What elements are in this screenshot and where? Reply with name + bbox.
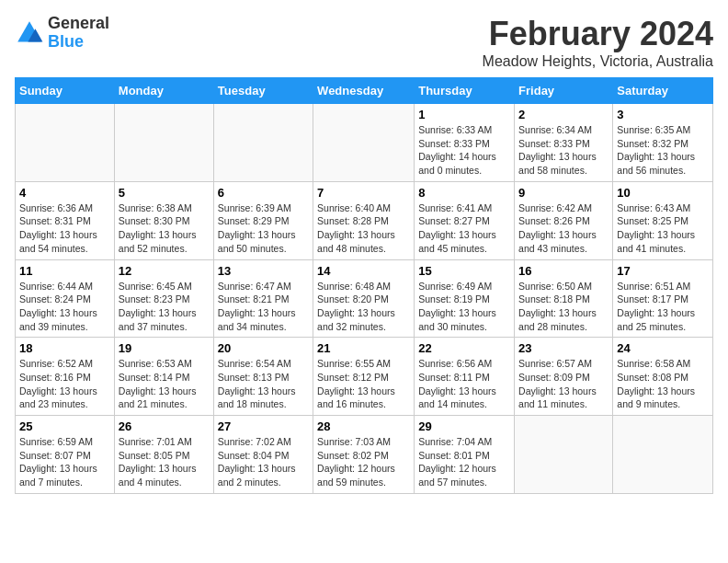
calendar-cell: 8Sunrise: 6:41 AMSunset: 8:27 PMDaylight… — [415, 181, 515, 259]
calendar-cell: 29Sunrise: 7:04 AMSunset: 8:01 PMDayligh… — [415, 416, 515, 494]
calendar-cell: 22Sunrise: 6:56 AMSunset: 8:11 PMDayligh… — [415, 338, 515, 416]
calendar-cell: 15Sunrise: 6:49 AMSunset: 8:19 PMDayligh… — [415, 259, 515, 338]
weekday-header-wednesday: Wednesday — [313, 78, 415, 104]
day-info: Sunrise: 6:54 AMSunset: 8:13 PMDaylight:… — [218, 357, 309, 411]
day-info: Sunrise: 7:01 AMSunset: 8:05 PMDaylight:… — [119, 435, 210, 489]
calendar-cell: 21Sunrise: 6:55 AMSunset: 8:12 PMDayligh… — [313, 338, 415, 416]
day-number: 21 — [317, 341, 410, 355]
logo: General Blue — [15, 15, 109, 52]
day-info: Sunrise: 6:48 AMSunset: 8:20 PMDaylight:… — [317, 280, 410, 334]
calendar-cell — [16, 104, 115, 182]
weekday-header-friday: Friday — [515, 78, 613, 104]
calendar-header: SundayMondayTuesdayWednesdayThursdayFrid… — [16, 78, 713, 104]
calendar-cell: 13Sunrise: 6:47 AMSunset: 8:21 PMDayligh… — [213, 259, 313, 338]
day-info: Sunrise: 7:02 AMSunset: 8:04 PMDaylight:… — [218, 435, 309, 489]
day-number: 28 — [317, 419, 410, 433]
weekday-header-monday: Monday — [114, 78, 213, 104]
page-header: General Blue February 2024 Meadow Height… — [15, 15, 713, 70]
day-number: 25 — [19, 419, 110, 433]
day-number: 2 — [518, 108, 609, 121]
day-number: 17 — [617, 264, 709, 278]
calendar-cell: 12Sunrise: 6:45 AMSunset: 8:23 PMDayligh… — [114, 259, 213, 338]
calendar-cell — [313, 104, 415, 182]
calendar-cell: 5Sunrise: 6:38 AMSunset: 8:30 PMDaylight… — [114, 181, 213, 259]
day-number: 29 — [418, 419, 510, 433]
calendar-week-1: 1Sunrise: 6:33 AMSunset: 8:33 PMDaylight… — [16, 104, 713, 182]
calendar-cell: 19Sunrise: 6:53 AMSunset: 8:14 PMDayligh… — [114, 338, 213, 416]
day-number: 7 — [317, 186, 410, 200]
calendar-cell: 16Sunrise: 6:50 AMSunset: 8:18 PMDayligh… — [515, 259, 613, 338]
calendar-week-3: 11Sunrise: 6:44 AMSunset: 8:24 PMDayligh… — [16, 259, 713, 338]
day-info: Sunrise: 6:40 AMSunset: 8:28 PMDaylight:… — [317, 201, 410, 256]
calendar-cell — [114, 104, 213, 182]
day-info: Sunrise: 6:36 AMSunset: 8:31 PMDaylight:… — [19, 201, 110, 256]
day-number: 3 — [617, 108, 709, 121]
day-info: Sunrise: 6:53 AMSunset: 8:14 PMDaylight:… — [119, 357, 210, 411]
day-info: Sunrise: 6:34 AMSunset: 8:33 PMDaylight:… — [518, 123, 609, 178]
calendar-cell — [213, 104, 313, 182]
day-info: Sunrise: 6:49 AMSunset: 8:19 PMDaylight:… — [418, 280, 510, 334]
weekday-header-tuesday: Tuesday — [213, 78, 313, 104]
day-number: 27 — [218, 419, 309, 433]
calendar-cell: 23Sunrise: 6:57 AMSunset: 8:09 PMDayligh… — [515, 338, 613, 416]
day-number: 26 — [119, 419, 210, 433]
day-info: Sunrise: 6:35 AMSunset: 8:32 PMDaylight:… — [617, 123, 709, 178]
calendar-cell: 11Sunrise: 6:44 AMSunset: 8:24 PMDayligh… — [16, 259, 115, 338]
day-info: Sunrise: 6:47 AMSunset: 8:21 PMDaylight:… — [218, 280, 309, 334]
day-info: Sunrise: 7:04 AMSunset: 8:01 PMDaylight:… — [418, 435, 510, 489]
calendar-cell: 28Sunrise: 7:03 AMSunset: 8:02 PMDayligh… — [313, 416, 415, 494]
day-number: 16 — [518, 264, 609, 278]
day-info: Sunrise: 6:44 AMSunset: 8:24 PMDaylight:… — [19, 280, 110, 334]
day-info: Sunrise: 6:59 AMSunset: 8:07 PMDaylight:… — [19, 435, 110, 489]
day-info: Sunrise: 6:52 AMSunset: 8:16 PMDaylight:… — [19, 357, 110, 411]
title-area: February 2024 Meadow Heights, Victoria, … — [483, 15, 713, 70]
day-info: Sunrise: 6:38 AMSunset: 8:30 PMDaylight:… — [119, 201, 210, 256]
calendar-title: February 2024 — [483, 15, 713, 53]
day-info: Sunrise: 6:33 AMSunset: 8:33 PMDaylight:… — [418, 123, 510, 178]
calendar-week-5: 25Sunrise: 6:59 AMSunset: 8:07 PMDayligh… — [16, 416, 713, 494]
weekday-header-saturday: Saturday — [613, 78, 713, 104]
calendar-cell: 25Sunrise: 6:59 AMSunset: 8:07 PMDayligh… — [16, 416, 115, 494]
day-number: 10 — [617, 186, 709, 200]
calendar-cell: 14Sunrise: 6:48 AMSunset: 8:20 PMDayligh… — [313, 259, 415, 338]
weekday-header-sunday: Sunday — [16, 78, 115, 104]
day-info: Sunrise: 6:50 AMSunset: 8:18 PMDaylight:… — [518, 280, 609, 334]
day-number: 1 — [418, 108, 510, 121]
calendar-cell: 10Sunrise: 6:43 AMSunset: 8:25 PMDayligh… — [613, 181, 713, 259]
calendar-cell: 18Sunrise: 6:52 AMSunset: 8:16 PMDayligh… — [16, 338, 115, 416]
day-info: Sunrise: 6:55 AMSunset: 8:12 PMDaylight:… — [317, 357, 410, 411]
day-number: 6 — [218, 186, 309, 200]
day-number: 14 — [317, 264, 410, 278]
calendar-cell: 26Sunrise: 7:01 AMSunset: 8:05 PMDayligh… — [114, 416, 213, 494]
logo-icon — [15, 18, 44, 48]
day-info: Sunrise: 6:42 AMSunset: 8:26 PMDaylight:… — [518, 201, 609, 256]
day-number: 20 — [218, 341, 309, 355]
calendar-cell — [613, 416, 713, 494]
calendar-cell: 24Sunrise: 6:58 AMSunset: 8:08 PMDayligh… — [613, 338, 713, 416]
day-number: 5 — [119, 186, 210, 200]
day-number: 8 — [418, 186, 510, 200]
logo-text: General Blue — [48, 15, 109, 52]
day-number: 24 — [617, 341, 709, 355]
calendar-cell — [515, 416, 613, 494]
day-number: 12 — [119, 264, 210, 278]
day-info: Sunrise: 6:58 AMSunset: 8:08 PMDaylight:… — [617, 357, 709, 411]
calendar-cell: 3Sunrise: 6:35 AMSunset: 8:32 PMDaylight… — [613, 104, 713, 182]
logo-line2: Blue — [48, 33, 109, 52]
day-number: 18 — [19, 341, 110, 355]
day-info: Sunrise: 7:03 AMSunset: 8:02 PMDaylight:… — [317, 435, 410, 489]
day-info: Sunrise: 6:39 AMSunset: 8:29 PMDaylight:… — [218, 201, 309, 256]
day-info: Sunrise: 6:57 AMSunset: 8:09 PMDaylight:… — [518, 357, 609, 411]
day-info: Sunrise: 6:45 AMSunset: 8:23 PMDaylight:… — [119, 280, 210, 334]
calendar-cell: 9Sunrise: 6:42 AMSunset: 8:26 PMDaylight… — [515, 181, 613, 259]
calendar-cell: 20Sunrise: 6:54 AMSunset: 8:13 PMDayligh… — [213, 338, 313, 416]
calendar-cell: 6Sunrise: 6:39 AMSunset: 8:29 PMDaylight… — [213, 181, 313, 259]
calendar-subtitle: Meadow Heights, Victoria, Australia — [483, 53, 713, 70]
calendar-cell: 7Sunrise: 6:40 AMSunset: 8:28 PMDaylight… — [313, 181, 415, 259]
calendar-body: 1Sunrise: 6:33 AMSunset: 8:33 PMDaylight… — [16, 104, 713, 494]
day-info: Sunrise: 6:51 AMSunset: 8:17 PMDaylight:… — [617, 280, 709, 334]
calendar-cell: 17Sunrise: 6:51 AMSunset: 8:17 PMDayligh… — [613, 259, 713, 338]
weekday-header-thursday: Thursday — [415, 78, 515, 104]
weekday-header-row: SundayMondayTuesdayWednesdayThursdayFrid… — [16, 78, 713, 104]
calendar-cell: 1Sunrise: 6:33 AMSunset: 8:33 PMDaylight… — [415, 104, 515, 182]
